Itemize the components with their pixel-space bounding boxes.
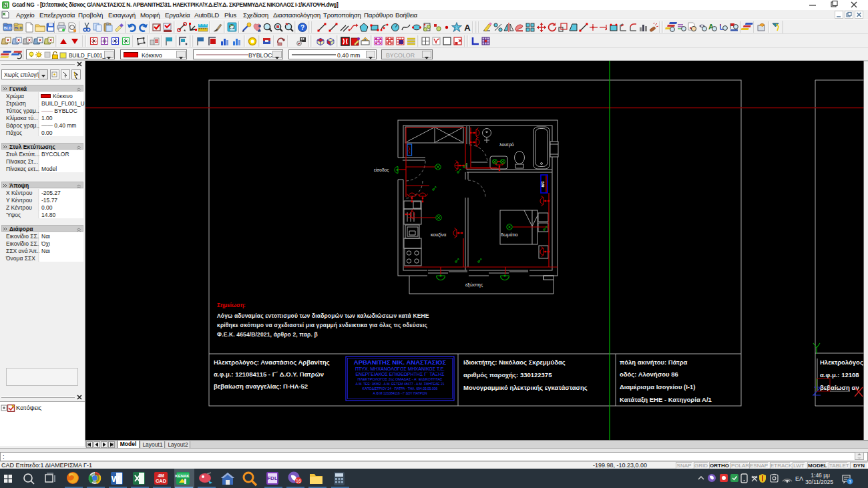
svg-text:α.φ.μ.: 121084115 - Γ΄ Δ.Ο.Υ.: α.φ.μ.: 121084115 - Γ΄ Δ.Ο.Υ. Πατρών — [214, 371, 324, 378]
svg-text:δωμάτιο: δωμάτιο — [501, 232, 518, 238]
svg-text:16: 16 — [296, 479, 301, 483]
svg-text:Ηλεκτρολόγος: Ηλεκτρολόγος — [820, 358, 863, 366]
svg-text:κρίθηκε σκόπιμο να σχεδιαστεί: κρίθηκε σκόπιμο να σχεδιαστεί μια γραμμή… — [217, 322, 428, 328]
svg-text:30/11/2025: 30/11/2025 — [805, 479, 833, 485]
svg-text:Κατάταξη ΕΗΕ - Κατηγορία Α/1: Κατάταξη ΕΗΕ - Κατηγορία Α/1 — [620, 396, 712, 403]
svg-text:4M: 4M — [158, 473, 164, 478]
svg-text:a/c: a/c — [540, 181, 545, 187]
svg-text:ΚΑΠΟΔΙΣΤΡΙΟΥ 24 - ΠΑΤΡΑ - ΤΗΛ.: ΚΑΠΟΔΙΣΤΡΙΟΥ 24 - ΠΑΤΡΑ - ΤΗΛ. 694.05.05… — [363, 387, 438, 391]
svg-text:FDL: FDL — [267, 475, 278, 481]
svg-text:Ηλεκτρολόγος: Αναστάσιος Αρβαν: Ηλεκτρολόγος: Αναστάσιος Αρβανίτης — [214, 358, 330, 366]
svg-text:Σημείωση:: Σημείωση: — [217, 302, 246, 308]
svg-text:3: 3 — [849, 479, 851, 484]
svg-text:ΗΛΕΚΤΡΟΛΟΓΟΣ 2ης ΟΜΑΔΑΣ - Α΄ Ε: ΗΛΕΚΤΡΟΛΟΓΟΣ 2ης ΟΜΑΔΑΣ - Α΄ ΕΙΔΙΚΟΤΗΤΑΣ — [358, 377, 443, 381]
svg-text:ΠΤΥΧ. ΜΗΧΑΝΟΛΟΓΟΣ ΜΗΧΑΝΙΚΟΣ Τ.: ΠΤΥΧ. ΜΗΧΑΝΟΛΟΓΟΣ ΜΗΧΑΝΙΚΟΣ Τ.Ε. — [355, 367, 445, 371]
svg-text:KENAK: KENAK — [175, 474, 190, 478]
svg-text:πόλη ακινήτου: Πάτρα: πόλη ακινήτου: Πάτρα — [620, 358, 688, 366]
svg-text:W: W — [112, 474, 120, 484]
svg-text:αριθμός παροχής: 330122375: αριθμός παροχής: 330122375 — [463, 371, 552, 379]
svg-text:CAD: CAD — [156, 478, 167, 484]
svg-text:Α.Μ. ΤΕΕ: 18362 - Α.Μ. ΕΕΤΕΜ 4: Α.Μ. ΤΕΕ: 18362 - Α.Μ. ΕΕΤΕΜ 48477 - Α.Μ… — [355, 382, 444, 386]
svg-text:Διαμέρισμα Ισογείου (Ι-1): Διαμέρισμα Ισογείου (Ι-1) — [620, 383, 695, 391]
svg-text:κουζίνα: κουζίνα — [431, 232, 446, 238]
svg-text:Λόγω αδυναμίας εντοπισμού των: Λόγω αδυναμίας εντοπισμού των διαδρομών … — [217, 312, 429, 319]
svg-text:είσοδος: είσοδος — [374, 168, 389, 173]
svg-text:λουτρό: λουτρό — [499, 142, 514, 148]
svg-text:α.φ.μ.: 12108: α.φ.μ.: 12108 — [820, 371, 859, 379]
svg-text:βεβαίωση αναγγελίας: Π-ΗΛ-52: βεβαίωση αναγγελίας: Π-ΗΛ-52 — [214, 383, 308, 390]
svg-text:Φ.Ε.Κ. 4654/Β/2021, άρθρο 2, π: Φ.Ε.Κ. 4654/Β/2021, άρθρο 2, παρ. β — [217, 331, 318, 338]
svg-text:οδός: Αλονήσου 86: οδός: Αλονήσου 86 — [620, 371, 678, 378]
svg-text:ΑΡΒΑΝΙΤΗΣ ΝΙΚ. ΑΝΑΣΤΑΣΙΟΣ: ΑΡΒΑΝΙΤΗΣ ΝΙΚ. ΑΝΑΣΤΑΣΙΟΣ — [354, 358, 447, 366]
svg-text:1:46 μμ: 1:46 μμ — [811, 472, 830, 479]
svg-text:ΕΛ: ΕΛ — [795, 475, 803, 482]
svg-text:εξώστης: εξώστης — [465, 282, 483, 288]
svg-text:βεβαίωση αν: βεβαίωση αν — [820, 384, 859, 391]
svg-text:Μονογραμμικό ηλεκτρικής εγκατά: Μονογραμμικό ηλεκτρικής εγκατάστασης — [463, 384, 588, 391]
svg-text:Ιδιοκτήτης: Νικόλαος Σκρεμμύδα: Ιδιοκτήτης: Νικόλαος Σκρεμμύδας — [463, 358, 566, 366]
svg-text:Α.Φ.Μ 121084116 - Γ΄ΔΟΥ ΠΑΤΡΩΝ: Α.Φ.Μ 121084116 - Γ΄ΔΟΥ ΠΑΤΡΩΝ — [373, 391, 427, 395]
svg-text:ΕΝΕΡΓΕΙΑΚΟΣ ΕΠΙΘΕΩΡΗΤΗΣ Γ΄ ΤΑΞ: ΕΝΕΡΓΕΙΑΚΟΣ ΕΠΙΘΕΩΡΗΤΗΣ Γ΄ ΤΑΞΗΣ — [355, 372, 445, 377]
